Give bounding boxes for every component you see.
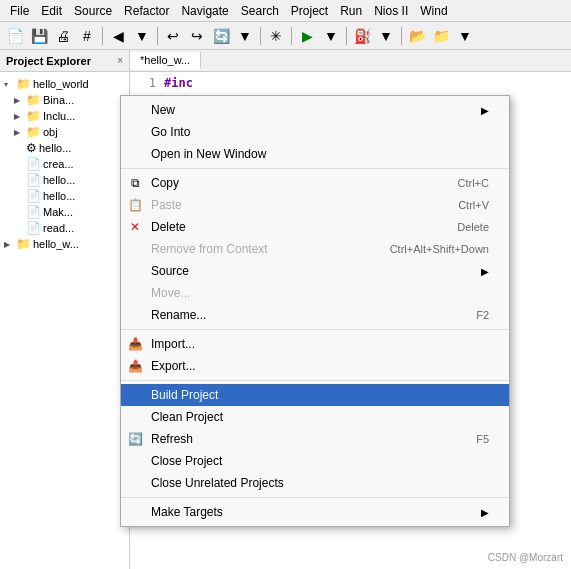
menu-item-export[interactable]: 📤 Export... bbox=[121, 355, 509, 377]
menu-item-copy-label: Copy bbox=[151, 176, 179, 190]
menu-item-move[interactable]: Move... bbox=[121, 282, 509, 304]
menu-item-gointo[interactable]: Go Into bbox=[121, 121, 509, 143]
menu-item-new-label: New bbox=[151, 103, 175, 117]
menu-section-5: Make Targets ▶ bbox=[121, 498, 509, 526]
remove-shortcut: Ctrl+Alt+Shift+Down bbox=[370, 243, 489, 255]
menu-item-import-label: Import... bbox=[151, 337, 195, 351]
menu-item-remove-label: Remove from Context bbox=[151, 242, 268, 256]
refresh-icon: 🔄 bbox=[127, 431, 143, 447]
menu-item-source-label: Source bbox=[151, 264, 189, 278]
export-icon: 📤 bbox=[127, 358, 143, 374]
menu-item-import[interactable]: 📥 Import... bbox=[121, 333, 509, 355]
menu-item-refresh-label: Refresh bbox=[151, 432, 193, 446]
menu-item-gointo-label: Go Into bbox=[151, 125, 190, 139]
menu-item-open-new-window-label: Open in New Window bbox=[151, 147, 266, 161]
paste-shortcut: Ctrl+V bbox=[438, 199, 489, 211]
context-menu-overlay: New ▶ Go Into Open in New Window ⧉ Copy … bbox=[0, 0, 571, 569]
menu-item-refresh[interactable]: 🔄 Refresh F5 bbox=[121, 428, 509, 450]
menu-item-close-unrelated-label: Close Unrelated Projects bbox=[151, 476, 284, 490]
menu-item-open-new-window[interactable]: Open in New Window bbox=[121, 143, 509, 165]
menu-item-clean-label: Clean Project bbox=[151, 410, 223, 424]
menu-item-delete-label: Delete bbox=[151, 220, 186, 234]
menu-item-source[interactable]: Source ▶ bbox=[121, 260, 509, 282]
delete-icon: ✕ bbox=[127, 219, 143, 235]
submenu-arrow-source: ▶ bbox=[481, 266, 489, 277]
menu-item-delete[interactable]: ✕ Delete Delete bbox=[121, 216, 509, 238]
menu-item-make-targets[interactable]: Make Targets ▶ bbox=[121, 501, 509, 523]
copy-shortcut: Ctrl+C bbox=[438, 177, 489, 189]
paste-icon: 📋 bbox=[127, 197, 143, 213]
menu-item-build-project[interactable]: Build Project bbox=[121, 384, 509, 406]
menu-section-4: Build Project Clean Project 🔄 Refresh F5… bbox=[121, 381, 509, 498]
menu-item-make-targets-label: Make Targets bbox=[151, 505, 223, 519]
menu-item-close-unrelated[interactable]: Close Unrelated Projects bbox=[121, 472, 509, 494]
menu-item-rename-label: Rename... bbox=[151, 308, 206, 322]
menu-item-paste-label: Paste bbox=[151, 198, 182, 212]
delete-shortcut: Delete bbox=[437, 221, 489, 233]
copy-icon: ⧉ bbox=[127, 175, 143, 191]
menu-item-close-project[interactable]: Close Project bbox=[121, 450, 509, 472]
menu-item-clean-project[interactable]: Clean Project bbox=[121, 406, 509, 428]
refresh-shortcut: F5 bbox=[456, 433, 489, 445]
menu-item-paste[interactable]: 📋 Paste Ctrl+V bbox=[121, 194, 509, 216]
menu-item-export-label: Export... bbox=[151, 359, 196, 373]
menu-item-rename[interactable]: Rename... F2 bbox=[121, 304, 509, 326]
menu-section-1: New ▶ Go Into Open in New Window bbox=[121, 96, 509, 169]
submenu-arrow-new: ▶ bbox=[481, 105, 489, 116]
submenu-arrow-make: ▶ bbox=[481, 507, 489, 518]
menu-item-build-label: Build Project bbox=[151, 388, 218, 402]
menu-section-2: ⧉ Copy Ctrl+C 📋 Paste Ctrl+V ✕ Delete De… bbox=[121, 169, 509, 330]
menu-item-new[interactable]: New ▶ bbox=[121, 99, 509, 121]
menu-item-remove-from-context[interactable]: Remove from Context Ctrl+Alt+Shift+Down bbox=[121, 238, 509, 260]
context-menu: New ▶ Go Into Open in New Window ⧉ Copy … bbox=[120, 95, 510, 527]
menu-item-copy[interactable]: ⧉ Copy Ctrl+C bbox=[121, 172, 509, 194]
rename-shortcut: F2 bbox=[456, 309, 489, 321]
menu-item-close-project-label: Close Project bbox=[151, 454, 222, 468]
menu-item-move-label: Move... bbox=[151, 286, 190, 300]
menu-section-3: 📥 Import... 📤 Export... bbox=[121, 330, 509, 381]
import-icon: 📥 bbox=[127, 336, 143, 352]
